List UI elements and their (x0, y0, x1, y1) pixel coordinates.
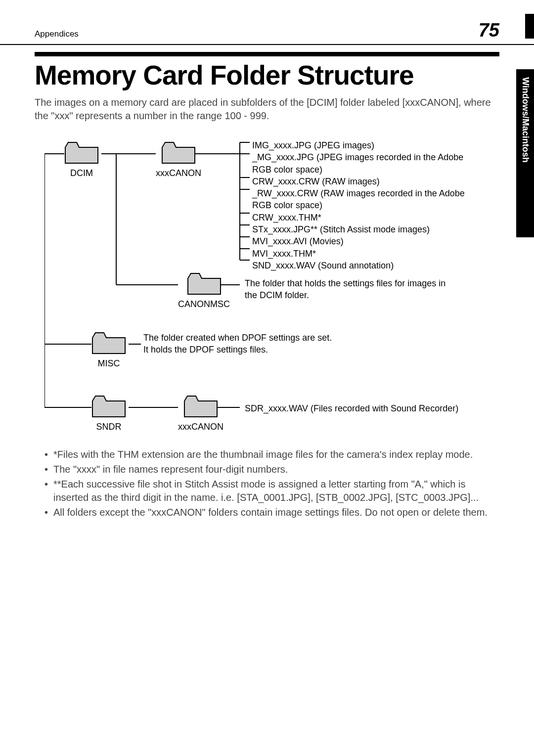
folder-label: SNDR (91, 422, 126, 432)
misc-desc-line: The folder created when DPOF settings ar… (143, 332, 332, 344)
note-item: All folders except the "xxxCANON" folder… (44, 506, 499, 519)
file-item: _MG_xxxx.JPG (JPEG images recorded in th… (252, 151, 465, 176)
note-item: **Each successive file shot in Stitch As… (44, 478, 499, 504)
file-item: MVI_xxxx.AVI (Movies) (252, 235, 465, 247)
folder-icon (64, 141, 99, 164)
file-item: IMG_xxxx.JPG (JPEG images) (252, 139, 465, 151)
side-marker (525, 14, 534, 39)
title-rule (35, 52, 499, 56)
notes-list: *Files with the THM extension are the th… (44, 448, 499, 519)
folder-icon (183, 395, 218, 418)
page-title: Memory Card Folder Structure (35, 59, 499, 91)
canonmsc-desc: The folder that holds the settings files… (245, 277, 457, 302)
section-label: Appendices (35, 29, 79, 39)
folder-canonmsc: CANONMSC (178, 272, 230, 310)
misc-desc: The folder created when DPOF settings ar… (143, 332, 332, 356)
misc-desc-line: It holds the DPOF settings files. (143, 344, 332, 356)
file-item: CRW_xxxx.CRW (RAW images) (252, 176, 465, 187)
file-item: MVI_xxxx.THM* (252, 248, 465, 260)
folder-xxxcanon: xxxCANON (156, 141, 201, 178)
folder-sndr: SNDR (91, 395, 126, 432)
folder-icon (187, 272, 222, 295)
folder-label: xxxCANON (178, 422, 223, 432)
folder-icon (161, 141, 196, 164)
file-item: CRW_xxxx.THM* (252, 212, 465, 223)
side-tab: Windows/Macintosh (516, 69, 534, 237)
folder-misc: MISC (91, 332, 126, 369)
header-row: Appendices 75 (0, 0, 534, 45)
folder-icon (91, 332, 126, 355)
file-item: _RW_xxxx.CRW (RAW images recorded in the… (252, 187, 465, 212)
folder-icon (91, 395, 126, 418)
folder-dcim: DCIM (64, 141, 99, 178)
file-list: IMG_xxxx.JPG (JPEG images) _MG_xxxx.JPG … (252, 139, 465, 271)
page-number: 75 (479, 20, 499, 41)
folder-label: DCIM (64, 168, 99, 178)
folder-label: MISC (91, 358, 126, 369)
folder-diagram: DCIM xxxCANON CANONMSC MISC SNDR xxxCANO… (44, 136, 499, 433)
intro-text: The images on a memory card are placed i… (35, 96, 499, 123)
file-item: STx_xxxx.JPG** (Stitch Assist mode image… (252, 223, 465, 235)
file-item: SND_xxxx.WAV (Sound annotation) (252, 260, 465, 271)
folder-xxxcanon2: xxxCANON (178, 395, 223, 432)
note-item: The "xxxx" in file names represent four-… (44, 463, 499, 476)
folder-label: CANONMSC (178, 299, 230, 310)
folder-label: xxxCANON (156, 168, 201, 178)
note-item: *Files with the THM extension are the th… (44, 448, 499, 461)
sndr-desc: SDR_xxxx.WAV (Files recorded with Sound … (245, 402, 458, 414)
